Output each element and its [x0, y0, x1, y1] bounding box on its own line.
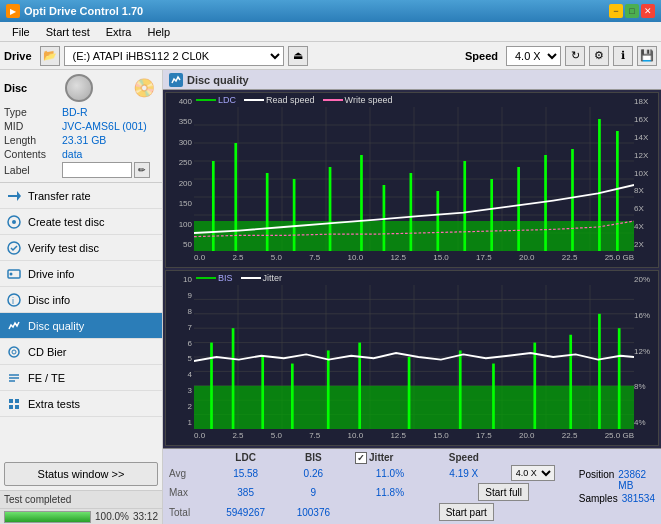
jitter-checkbox[interactable]: ✓ [355, 452, 367, 464]
progress-percent: 100.0% [95, 511, 129, 522]
svg-rect-82 [618, 328, 621, 429]
label-edit-icon[interactable]: ✏ [134, 162, 150, 178]
drive-browse-icon[interactable]: 📂 [40, 46, 60, 66]
fe-te-icon [6, 370, 22, 386]
svg-rect-75 [358, 343, 361, 429]
menu-file[interactable]: File [4, 24, 38, 40]
avg-label: Avg [165, 464, 210, 482]
create-test-disc-icon [6, 214, 22, 230]
svg-rect-49 [598, 119, 601, 251]
nav-verify-test-disc[interactable]: Verify test disc [0, 235, 162, 261]
mid-value: JVC-AMS6L (001) [62, 120, 147, 132]
svg-rect-16 [9, 405, 13, 409]
menu-start-test[interactable]: Start test [38, 24, 98, 40]
chart2-svg [194, 285, 634, 429]
nav-disc-quality[interactable]: Disc quality [0, 313, 162, 339]
nav-drive-info[interactable]: Drive info [0, 261, 162, 287]
svg-rect-50 [616, 131, 619, 251]
sidebar: Disc 📀 Type BD-R MID JVC-AMS6L (001) Len… [0, 70, 163, 524]
speed-label: Speed [465, 50, 498, 62]
maximize-button[interactable]: □ [625, 4, 639, 18]
legend-ldc: LDC [218, 95, 236, 105]
svg-point-10 [12, 350, 16, 354]
disc-action-icon[interactable]: 📀 [130, 74, 158, 102]
minimize-button[interactable]: − [609, 4, 623, 18]
bottom-stats: LDC BIS ✓ Jitter Speed [163, 448, 661, 524]
svg-marker-1 [17, 191, 21, 201]
legend-write-speed: Write speed [345, 95, 393, 105]
legend-read-speed: Read speed [266, 95, 315, 105]
svg-rect-17 [15, 405, 19, 409]
nav-create-test-disc[interactable]: Create test disc [0, 209, 162, 235]
nav-create-test-disc-label: Create test disc [28, 216, 104, 228]
svg-point-3 [12, 220, 16, 224]
disc-quality-header-icon [169, 73, 183, 87]
samples-value: 381534 [622, 493, 655, 504]
info-icon[interactable]: ℹ [613, 46, 633, 66]
nav-fe-te[interactable]: FE / TE [0, 365, 162, 391]
position-label: Position [579, 469, 615, 491]
total-ldc: 5949267 [210, 502, 282, 522]
legend-jitter: Jitter [263, 273, 283, 283]
nav-transfer-rate-label: Transfer rate [28, 190, 91, 202]
svg-rect-47 [544, 155, 547, 251]
drive-select[interactable]: (E:) ATAPI iHBS112 2 CL0K [64, 46, 284, 66]
nav-transfer-rate[interactable]: Transfer rate [0, 183, 162, 209]
svg-rect-40 [360, 155, 363, 251]
svg-point-7 [8, 294, 20, 306]
svg-rect-79 [533, 343, 536, 429]
menu-help[interactable]: Help [139, 24, 178, 40]
progress-bar-row: 100.0% 33:12 [0, 508, 162, 524]
charts-area: LDC Read speed Write speed 400 350 30 [163, 90, 661, 448]
svg-rect-77 [459, 350, 462, 429]
avg-bis: 0.26 [282, 464, 345, 482]
svg-rect-37 [266, 173, 269, 251]
svg-rect-78 [492, 364, 495, 429]
start-part-button[interactable]: Start part [439, 503, 494, 521]
svg-rect-70 [210, 343, 213, 429]
chart1-svg [194, 107, 634, 251]
stats-row-total: Total 5949267 100376 Start part [165, 502, 573, 522]
svg-point-9 [9, 347, 19, 357]
nav-cd-bier-label: CD Bier [28, 346, 67, 358]
chart2-legend: BIS Jitter [196, 273, 282, 283]
stats-row-avg: Avg 15.58 0.26 11.0% 4.19 X 4.0 X [165, 464, 573, 482]
transfer-rate-icon [6, 188, 22, 204]
start-full-button[interactable]: Start full [478, 483, 529, 501]
extra-tests-icon [6, 396, 22, 412]
disc-section-label: Disc [4, 82, 27, 94]
menu-bar: File Start test Extra Help [0, 22, 661, 42]
menu-extra[interactable]: Extra [98, 24, 140, 40]
nav-cd-bier[interactable]: CD Bier [0, 339, 162, 365]
total-label: Total [165, 502, 210, 522]
eject-icon[interactable]: ⏏ [288, 46, 308, 66]
nav-extra-tests[interactable]: Extra tests [0, 391, 162, 417]
progress-area: Test completed [0, 490, 162, 508]
length-label: Length [4, 134, 62, 146]
chart2-y-left: 10 9 8 7 6 5 4 3 2 1 [166, 271, 194, 427]
settings-icon[interactable]: ⚙ [589, 46, 609, 66]
close-button[interactable]: ✕ [641, 4, 655, 18]
svg-rect-46 [517, 167, 520, 251]
type-value: BD-R [62, 106, 88, 118]
svg-rect-38 [293, 179, 296, 251]
speed-select-stats[interactable]: 4.0 X [511, 465, 555, 481]
contents-value: data [62, 148, 82, 160]
drive-info-icon [6, 266, 22, 282]
avg-speed: 4.19 X [435, 464, 493, 482]
chart2-x-axis: 0.0 2.5 5.0 7.5 10.0 12.5 15.0 17.5 20.0… [194, 427, 634, 443]
status-window-button[interactable]: Status window >> [4, 462, 158, 486]
nav-disc-info[interactable]: i Disc info [0, 287, 162, 313]
app-title: Opti Drive Control 1.70 [24, 5, 143, 17]
refresh-icon[interactable]: ↻ [565, 46, 585, 66]
nav-disc-quality-label: Disc quality [28, 320, 84, 332]
save-icon[interactable]: 💾 [637, 46, 657, 66]
nav-disc-info-label: Disc info [28, 294, 70, 306]
nav-fe-te-label: FE / TE [28, 372, 65, 384]
svg-text:i: i [12, 296, 14, 306]
col-speed: Speed [435, 451, 493, 464]
svg-rect-71 [232, 328, 235, 429]
speed-select[interactable]: 4.0 X 8.0 X 2.0 X [506, 46, 561, 66]
label-input[interactable] [62, 162, 132, 178]
verify-test-disc-icon [6, 240, 22, 256]
